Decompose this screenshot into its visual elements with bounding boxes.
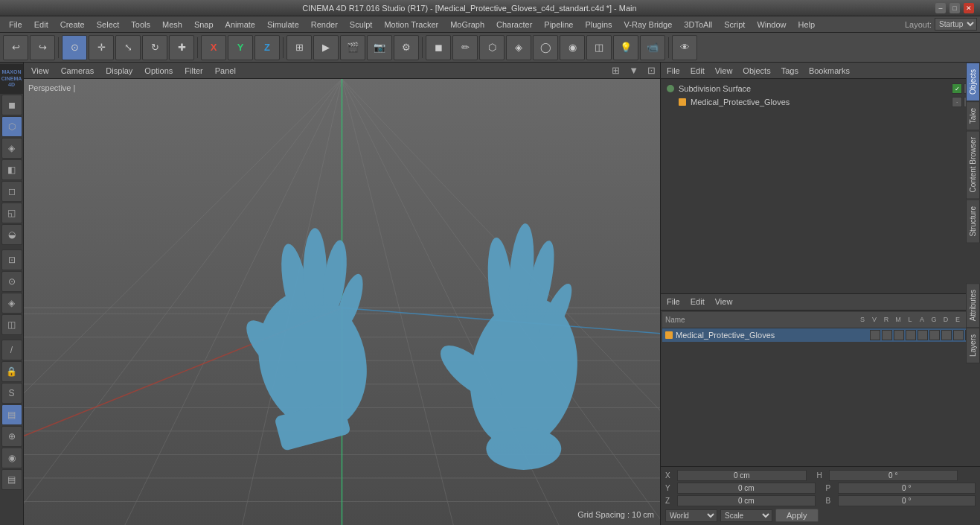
x-axis-button[interactable]: X: [201, 35, 226, 60]
apply-button[interactable]: Apply: [775, 509, 819, 522]
menu-sculpt[interactable]: Sculpt: [344, 19, 379, 31]
lock-btn[interactable]: 🔒: [1, 361, 22, 382]
side-tab-take[interactable]: Take: [966, 101, 980, 130]
coord-h-val[interactable]: [829, 470, 958, 481]
vp-menu-panel[interactable]: Panel: [212, 66, 239, 76]
object-row-subdivision[interactable]: Subdivision Surface ✓ ·: [664, 82, 977, 95]
vp-nav-btn[interactable]: ▼: [629, 65, 638, 76]
vp-menu-cameras[interactable]: Cameras: [58, 66, 97, 76]
close-button[interactable]: ✕: [964, 3, 974, 13]
maximize-button[interactable]: □: [949, 3, 960, 13]
attr-toggle-5[interactable]: [917, 330, 928, 340]
obj-menu-tags[interactable]: Tags: [778, 66, 801, 76]
menu-create[interactable]: Create: [54, 19, 91, 31]
edge-mode-btn[interactable]: ◈: [1, 138, 22, 159]
attr-toggle-2[interactable]: [882, 330, 892, 340]
magnet-btn[interactable]: S: [1, 383, 22, 404]
spline-button[interactable]: ✏: [452, 35, 478, 60]
coord-y-pos[interactable]: [677, 483, 816, 494]
render-view-button[interactable]: ▶: [313, 35, 339, 60]
select-tool-btn[interactable]: ⊡: [1, 249, 22, 270]
camera-button[interactable]: 📹: [640, 35, 665, 60]
minimize-button[interactable]: –: [935, 3, 946, 13]
coord-scale-select[interactable]: Scale: [720, 509, 772, 522]
scale-button[interactable]: ⤡: [115, 35, 141, 60]
redo-button[interactable]: ↪: [30, 35, 55, 60]
menu-3dtoall[interactable]: 3DToAll: [678, 19, 718, 31]
prop-btn[interactable]: ⊕: [1, 426, 22, 447]
extra-btn2[interactable]: ▤: [1, 469, 22, 490]
extra-btn1[interactable]: ◉: [1, 448, 22, 468]
transform-button[interactable]: ✚: [169, 35, 194, 60]
side-tab-layers[interactable]: Layers: [966, 328, 980, 363]
vp-menu-options[interactable]: Options: [141, 66, 176, 76]
attr-menu-view[interactable]: View: [712, 296, 736, 307]
layer-btn[interactable]: ▤: [1, 404, 22, 425]
coord-world-select[interactable]: World Object: [665, 509, 717, 522]
light-button[interactable]: 💡: [613, 35, 638, 60]
model-mode-btn[interactable]: ◼: [1, 95, 22, 115]
menu-edit[interactable]: Edit: [28, 19, 54, 31]
vp-menu-display[interactable]: Display: [103, 66, 135, 76]
z-axis-button[interactable]: Z: [254, 35, 280, 60]
menu-mograph[interactable]: MoGraph: [444, 19, 490, 31]
obj-menu-view[interactable]: View: [712, 66, 736, 76]
uvw-mode-btn[interactable]: ◻: [1, 181, 22, 202]
vp-zoom-btn[interactable]: ⊡: [647, 65, 656, 76]
attr-toggle-1[interactable]: [870, 330, 880, 340]
menu-tools[interactable]: Tools: [125, 19, 156, 31]
tag-button[interactable]: ◫: [586, 35, 612, 60]
vp-menu-view[interactable]: View: [28, 66, 52, 76]
attr-object-row[interactable]: Medical_Protective_Gloves: [662, 328, 979, 342]
side-tab-attributes[interactable]: Attributes: [966, 283, 980, 328]
deformer-button[interactable]: ◈: [506, 35, 531, 60]
coord-p-val[interactable]: [838, 483, 976, 494]
menu-plugins[interactable]: Plugins: [579, 19, 618, 31]
menu-vray[interactable]: V-Ray Bridge: [618, 19, 679, 31]
texture-mode-btn[interactable]: ◒: [1, 224, 22, 245]
coord-x-pos[interactable]: [677, 470, 807, 481]
ring-btn[interactable]: ◫: [1, 314, 22, 335]
render-picture-button[interactable]: 🎬: [340, 35, 365, 60]
point-mode-btn[interactable]: ⬡: [1, 116, 22, 137]
undo-button[interactable]: ↩: [3, 35, 28, 60]
obj-menu-objects[interactable]: Objects: [740, 66, 773, 76]
render-queue-button[interactable]: 📷: [367, 35, 392, 60]
object-row-gloves[interactable]: Medical_Protective_Gloves · ·: [664, 95, 977, 109]
y-axis-button[interactable]: Y: [228, 35, 253, 60]
render-settings-button[interactable]: ⚙: [394, 35, 419, 60]
menu-simulate[interactable]: Simulate: [261, 19, 305, 31]
coord-b-val[interactable]: [838, 495, 976, 506]
lasso-btn[interactable]: ⊙: [1, 271, 22, 292]
menu-mesh[interactable]: Mesh: [156, 19, 188, 31]
subdiv-toggle-1[interactable]: ✓: [952, 83, 962, 94]
menu-character[interactable]: Character: [490, 19, 538, 31]
viewport-canvas[interactable]: X Y Z Perspective | Grid Spacing : 10 cm: [24, 79, 660, 525]
vp-menu-filter[interactable]: Filter: [182, 66, 205, 76]
menu-render[interactable]: Render: [305, 19, 344, 31]
attr-toggle-4[interactable]: [906, 330, 916, 340]
bone-mode-btn[interactable]: ◱: [1, 203, 22, 223]
menu-animate[interactable]: Animate: [220, 19, 261, 31]
move-button[interactable]: ✛: [89, 35, 114, 60]
rotate-button[interactable]: ↻: [142, 35, 167, 60]
menu-select[interactable]: Select: [91, 19, 126, 31]
side-tab-structure[interactable]: Structure: [966, 200, 980, 244]
layout-select[interactable]: Startup: [935, 18, 977, 31]
side-tab-objects[interactable]: Objects: [966, 63, 980, 101]
poly-mode-btn[interactable]: ◧: [1, 159, 22, 180]
material-button[interactable]: ◉: [560, 35, 585, 60]
coord-z-pos[interactable]: [677, 495, 816, 506]
vp-fullscreen-btn[interactable]: ⊞: [612, 65, 620, 76]
side-tab-content-browser[interactable]: Content Browser: [966, 130, 980, 199]
attr-toggle-8[interactable]: [953, 330, 964, 340]
menu-snap[interactable]: Snap: [188, 19, 220, 31]
render-region-button[interactable]: ⊞: [286, 35, 312, 60]
obj-menu-file[interactable]: File: [664, 66, 683, 76]
obj-menu-edit[interactable]: Edit: [688, 66, 708, 76]
attr-menu-edit[interactable]: Edit: [688, 296, 708, 307]
menu-file[interactable]: File: [3, 19, 28, 31]
generator-button[interactable]: ⬡: [479, 35, 505, 60]
field-button[interactable]: ◯: [533, 35, 558, 60]
line-tool-btn[interactable]: /: [1, 340, 22, 360]
